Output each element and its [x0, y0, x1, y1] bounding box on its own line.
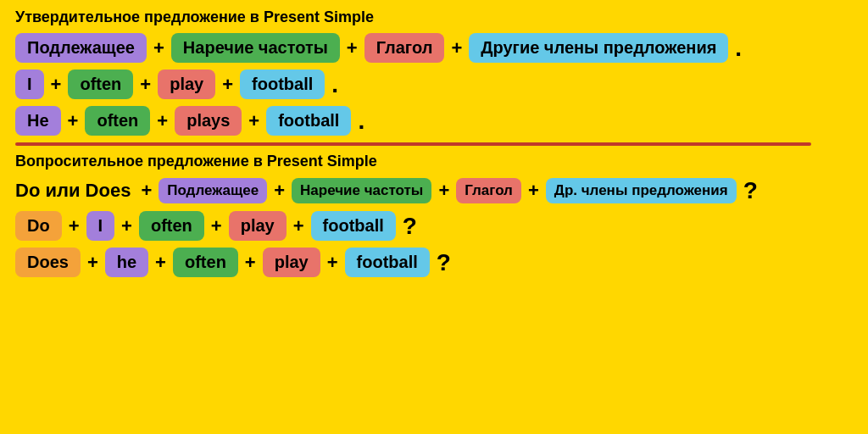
- ex1-subject: I: [15, 70, 44, 99]
- plus-7: +: [68, 110, 79, 132]
- plus-20: +: [245, 252, 256, 274]
- plus-5: +: [140, 74, 151, 96]
- plus-9: +: [248, 110, 259, 132]
- plus-8: +: [157, 110, 168, 132]
- plus-14: +: [69, 215, 80, 237]
- plus-13: +: [528, 180, 539, 202]
- ex2-subject: He: [15, 106, 61, 136]
- plus-6: +: [222, 74, 233, 96]
- iex2-adverb: often: [173, 248, 238, 277]
- ex1-verb: play: [158, 70, 215, 99]
- formula-subject: Подлежащее: [15, 33, 147, 63]
- section-divider: [15, 142, 811, 146]
- iex2-verb: play: [263, 248, 320, 277]
- iform-other: Др. члены предложения: [546, 178, 737, 203]
- dot-1: .: [735, 35, 742, 62]
- formula-verb: Глагол: [364, 33, 445, 63]
- ex2-other: football: [266, 106, 351, 136]
- question-2: ?: [403, 213, 417, 240]
- iex2-auxiliary: Does: [15, 248, 81, 277]
- plus-17: +: [293, 215, 304, 237]
- formula-other: Другие члены предложения: [469, 33, 728, 63]
- plus-15: +: [121, 215, 132, 237]
- iex1-subject: I: [86, 211, 115, 241]
- iform-adverb: Наречие частоты: [292, 178, 431, 203]
- interrogative-formula-row: Do или Does + Подлежащее + Наречие часто…: [15, 177, 853, 204]
- plus-16: +: [211, 215, 222, 237]
- question-3: ?: [437, 249, 451, 276]
- iex2-other: football: [345, 248, 430, 277]
- iex1-auxiliary: Do: [15, 211, 62, 241]
- ex2-adverb: often: [85, 106, 150, 136]
- affirmative-title: Утвердительное предложение в Present Sim…: [15, 8, 853, 26]
- plus-2: +: [347, 37, 358, 59]
- plus-1: +: [153, 37, 164, 59]
- interrogative-title: Вопросительное предложение в Present Sim…: [15, 153, 853, 170]
- iex1-other: football: [311, 211, 396, 241]
- dot-2: .: [331, 71, 338, 98]
- affirmative-example1-row: I + often + play + football .: [15, 70, 853, 99]
- plus-19: +: [155, 252, 166, 274]
- plus-18: +: [87, 252, 98, 274]
- plus-21: +: [327, 252, 338, 274]
- iex1-verb: play: [229, 211, 287, 241]
- iex2-subject: he: [105, 248, 148, 277]
- iform-verb: Глагол: [456, 178, 521, 203]
- ex2-verb: plays: [175, 106, 242, 136]
- interrogative-example1-row: Do + I + often + play + football ?: [15, 211, 853, 241]
- plus-12: +: [438, 180, 449, 202]
- formula-adverb: Наречие частоты: [171, 33, 340, 63]
- formula-auxiliary: Do или Does: [15, 180, 131, 202]
- plus-3: +: [451, 37, 462, 59]
- iex1-adverb: often: [139, 211, 204, 241]
- plus-11: +: [274, 180, 285, 202]
- interrogative-example2-row: Does + he + often + play + football ?: [15, 248, 853, 277]
- question-1: ?: [743, 177, 758, 204]
- affirmative-example2-row: He + often + plays + football .: [15, 106, 853, 136]
- ex1-adverb: often: [68, 70, 133, 99]
- dot-3: .: [358, 108, 364, 135]
- iform-subject: Подлежащее: [159, 178, 267, 203]
- plus-4: +: [51, 74, 62, 96]
- main-container: Утвердительное предложение в Present Sim…: [0, 0, 868, 292]
- ex1-other: football: [240, 70, 325, 99]
- plus-10: +: [141, 180, 152, 202]
- affirmative-formula-row: Подлежащее + Наречие частоты + Глагол + …: [15, 33, 853, 63]
